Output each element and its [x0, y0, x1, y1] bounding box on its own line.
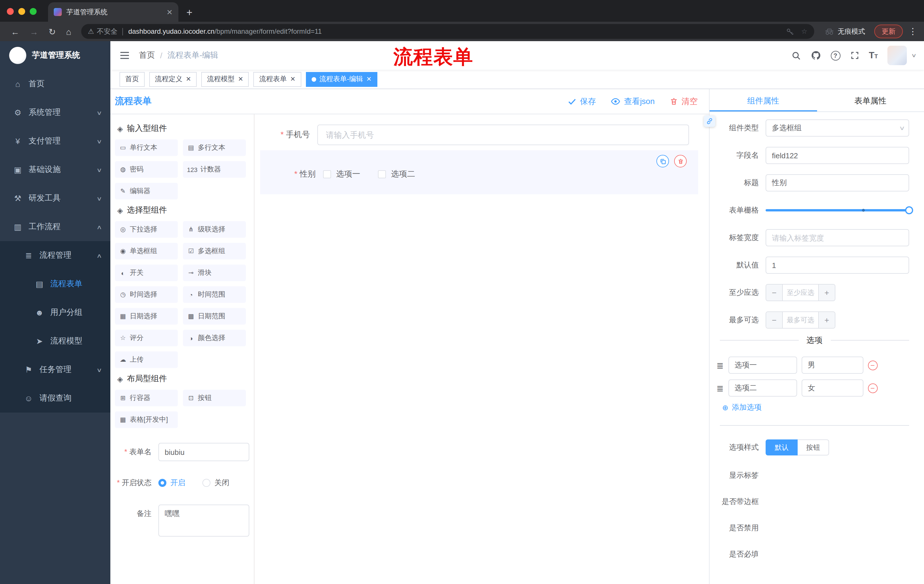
field-name-input[interactable]	[766, 147, 909, 164]
sidebar-item[interactable]: ⌂ 首页	[0, 70, 111, 98]
close-window-button[interactable]	[7, 8, 14, 15]
option-value-input[interactable]	[801, 380, 863, 396]
sidebar-item[interactable]: ⚙ 系统管理 ∨	[0, 98, 111, 127]
avatar[interactable]	[888, 46, 907, 65]
github-icon[interactable]	[810, 50, 821, 61]
view-json-button[interactable]: 查看json	[611, 96, 655, 107]
tab-component-props[interactable]: 组件属性	[710, 89, 817, 112]
plus-button[interactable]: +	[818, 312, 835, 328]
home-icon[interactable]: ⌂	[66, 27, 71, 36]
phone-input[interactable]	[317, 125, 689, 145]
form-grid-slider[interactable]	[766, 202, 909, 219]
slider-handle[interactable]	[905, 206, 913, 214]
minimize-window-button[interactable]	[18, 8, 25, 15]
maximize-window-button[interactable]	[30, 8, 36, 15]
canvas-field-phone[interactable]: 手机号	[254, 125, 709, 145]
bookmark-star-icon[interactable]: ☆	[801, 28, 807, 35]
sidebar-item[interactable]: ▣ 基础设施 ∨	[0, 155, 111, 184]
palette-item[interactable]: ✎ 编辑器	[115, 183, 178, 199]
sidebar-item[interactable]: ☻ 用户分组	[0, 298, 111, 327]
tag-close-icon[interactable]: ✕	[290, 76, 295, 82]
canvas-field-gender-selected[interactable]: 性别 选项一 选项二	[260, 150, 698, 194]
remove-option-button[interactable]: −	[868, 360, 878, 370]
drag-handle-icon[interactable]: ≣	[716, 384, 724, 392]
tag[interactable]: 流程模型 ✕	[201, 72, 249, 87]
label-width-input[interactable]	[766, 229, 909, 246]
tab-close-icon[interactable]: ✕	[167, 8, 173, 16]
palette-item[interactable]: ⋔ 级联选择	[183, 221, 246, 238]
forward-icon[interactable]: →	[30, 27, 38, 36]
tag[interactable]: 流程表单-编辑 ✕	[305, 72, 377, 87]
option-value-input[interactable]	[801, 357, 863, 374]
palette-item[interactable]: ▩ 日期范围	[183, 308, 246, 324]
fullscreen-icon[interactable]	[850, 51, 859, 60]
sidebar-item[interactable]: ▤ 流程表单	[0, 270, 111, 298]
remove-option-button[interactable]: −	[868, 383, 878, 393]
palette-item[interactable]: ◍ 密码	[115, 161, 178, 178]
option-label-input[interactable]	[728, 357, 797, 374]
clear-button[interactable]: 清空	[670, 96, 698, 107]
title-input[interactable]	[766, 174, 909, 191]
palette-item[interactable]: ⊡ 按钮	[183, 390, 246, 406]
new-tab-button[interactable]: +	[186, 7, 192, 18]
palette-item[interactable]: ◎ 下拉选择	[115, 221, 178, 238]
breadcrumb-home[interactable]: 首页	[139, 50, 155, 61]
reload-icon[interactable]: ↻	[49, 27, 56, 36]
sidebar-item[interactable]: ≣ 流程管理 ∧	[0, 241, 111, 270]
palette-item[interactable]: ☑ 多选框组	[183, 243, 246, 260]
minus-button[interactable]: −	[766, 285, 783, 301]
tag-close-icon[interactable]: ✕	[238, 76, 243, 82]
gender-option-1[interactable]: 选项一	[323, 169, 360, 179]
palette-item[interactable]: ◉ 单选框组	[115, 243, 178, 260]
gender-option-2[interactable]: 选项二	[378, 169, 415, 179]
tag[interactable]: 流程定义 ✕	[149, 72, 197, 87]
address-bar[interactable]: ⚠ 不安全 dashboard.yudao.iocoder.cn /bpm/ma…	[81, 24, 814, 39]
sidebar-item[interactable]: ⚒ 研发工具 ∨	[0, 184, 111, 212]
hamburger-icon[interactable]	[119, 51, 130, 60]
style-default-button[interactable]: 默认	[766, 439, 798, 456]
palette-item[interactable]: ◑ 颜色选择	[183, 330, 246, 346]
form-name-input[interactable]	[158, 443, 249, 461]
palette-item[interactable]: ▭ 单行文本	[115, 140, 178, 156]
palette-item[interactable]: ◔ 时间范围	[183, 286, 246, 303]
checkbox-icon[interactable]	[378, 170, 386, 178]
tag-close-icon[interactable]: ✕	[186, 76, 191, 82]
status-radio-off[interactable]: 关闭	[202, 478, 229, 488]
max-select-input[interactable]	[783, 312, 818, 328]
save-button[interactable]: 保存	[568, 96, 596, 107]
add-option-button[interactable]: ⊕ 添加选项	[722, 402, 909, 413]
avatar-caret-icon[interactable]: ∨	[911, 53, 917, 58]
sidebar-item[interactable]: ▥ 工作流程 ∧	[0, 212, 111, 241]
sidebar-item[interactable]: ¥ 支付管理 ∨	[0, 127, 111, 155]
palette-item[interactable]: ◐ 开关	[115, 265, 178, 281]
browser-tab[interactable]: 芋道管理系统 ✕	[48, 2, 178, 22]
default-value-input[interactable]	[766, 257, 909, 274]
style-button-button[interactable]: 按钮	[798, 439, 829, 456]
palette-item[interactable]: ▤ 多行文本	[183, 140, 246, 156]
font-size-icon[interactable]: TT	[869, 51, 878, 60]
drag-handle-icon[interactable]: ≣	[716, 361, 724, 369]
copy-field-button[interactable]	[657, 155, 669, 168]
palette-item[interactable]: ▦ 表格[开发中]	[115, 411, 178, 428]
palette-item[interactable]: ☁ 上传	[115, 351, 178, 368]
status-radio-on[interactable]: 开启	[158, 478, 185, 488]
min-select-input[interactable]	[783, 285, 818, 301]
component-type-select[interactable]	[766, 119, 909, 137]
tag-close-icon[interactable]: ✕	[366, 76, 371, 82]
help-icon[interactable]: ?	[830, 51, 840, 60]
palette-item[interactable]: ◷ 时间选择	[115, 286, 178, 303]
browser-menu-icon[interactable]: ⋮	[909, 26, 917, 36]
palette-item[interactable]: ☆ 评分	[115, 330, 178, 346]
option-label-input[interactable]	[728, 380, 797, 396]
checkbox-icon[interactable]	[323, 170, 331, 178]
tab-form-props[interactable]: 表单属性	[817, 89, 924, 112]
palette-item[interactable]: ⊞ 行容器	[115, 390, 178, 406]
link-icon[interactable]	[704, 115, 715, 127]
back-icon[interactable]: ←	[11, 27, 20, 36]
minus-button[interactable]: −	[766, 312, 783, 328]
tag[interactable]: 首页 ✕	[119, 72, 145, 87]
password-key-icon[interactable]	[785, 27, 794, 36]
update-button[interactable]: 更新	[874, 25, 903, 38]
sidebar-item[interactable]: ➤ 流程模型	[0, 327, 111, 355]
slider-track[interactable]	[766, 209, 909, 211]
